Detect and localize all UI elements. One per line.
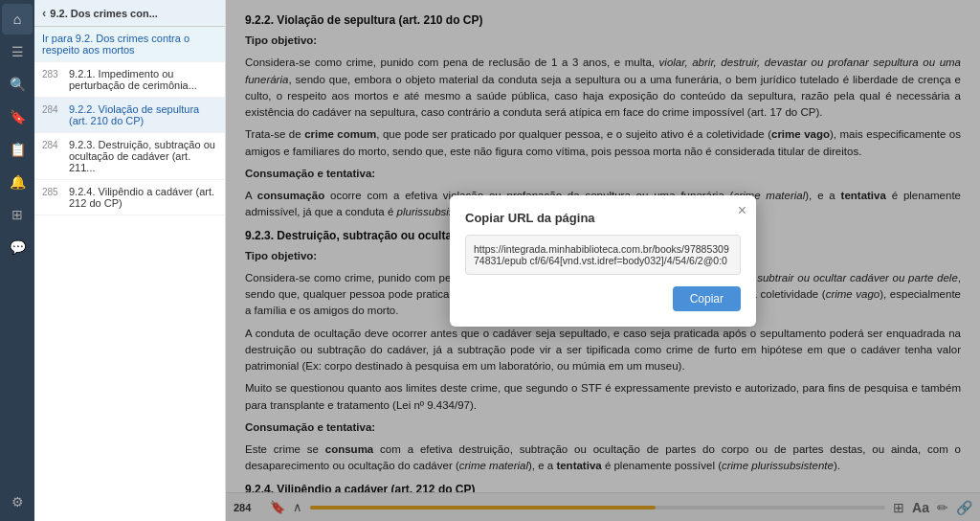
toc-num-2: 284 [42,140,65,150]
toc-item-3[interactable]: 285 9.2.4. Vilipêndio a cadáver (art. 21… [34,180,225,215]
modal-close-button[interactable]: × [738,203,746,218]
menu-icon[interactable]: ☰ [2,36,33,67]
toc-label-0: 9.2.1. Impedimento ou perturbação de cer… [69,68,217,91]
toc-num-1: 284 [42,104,65,115]
toc-num-0: 283 [42,69,65,79]
toc-label-1: 9.2.2. Violação de sepultura (art. 210 d… [69,103,217,126]
toc-list: 283 9.2.1. Impedimento ou perturbação de… [34,62,225,521]
toc-header-title: 9.2. Dos crimes con... [50,8,158,19]
toc-header: ‹ 9.2. Dos crimes con... [34,0,225,27]
toc-item-0[interactable]: 283 9.2.1. Impedimento ou perturbação de… [34,62,225,98]
copy-url-button[interactable]: Copiar [673,286,741,311]
toc-label-2: 9.2.3. Destruição, subtração ou ocultaçã… [69,139,217,173]
settings-icon[interactable]: ⚙ [2,487,33,517]
toc-label-3: 9.2.4. Vilipêndio a cadáver (art. 212 do… [69,186,217,209]
bookmark-sidebar-icon[interactable]: 🔖 [2,102,33,132]
alert-icon[interactable]: 🔔 [2,167,33,197]
notes-icon[interactable]: 📋 [2,134,33,165]
main-content: 9.2.2. Violação de sepultura (art. 210 d… [226,0,980,521]
toc-num-3: 285 [42,187,65,197]
chat-icon[interactable]: 💬 [2,232,33,262]
toc-item-2[interactable]: 284 9.2.3. Destruição, subtração ou ocul… [34,133,225,180]
modal-box: × Copiar URL da página https://integrada… [450,195,756,327]
toc-panel: ‹ 9.2. Dos crimes con... Ir para 9.2. Do… [34,0,226,521]
modal-overlay[interactable]: × Copiar URL da página https://integrada… [226,0,980,521]
toc-link-item[interactable]: Ir para 9.2. Dos crimes contra o respeit… [34,27,225,62]
toc-item-1[interactable]: 284 9.2.2. Violação de sepultura (art. 2… [34,98,225,133]
grid-icon[interactable]: ⊞ [2,199,33,230]
modal-url-text: https://integrada.minhabiblioteca.com.br… [465,235,741,275]
toc-link-label: Ir para 9.2. Dos crimes contra o respeit… [42,33,217,56]
search-icon[interactable]: 🔍 [2,69,33,100]
home-icon[interactable]: ⌂ [2,4,33,34]
modal-title: Copiar URL da página [465,211,741,225]
back-arrow-icon[interactable]: ‹ [42,6,46,20]
sidebar-icons: ⌂ ☰ 🔍 🔖 📋 🔔 ⊞ 💬 ⚙ [0,0,34,521]
modal-actions: Copiar [465,286,741,311]
